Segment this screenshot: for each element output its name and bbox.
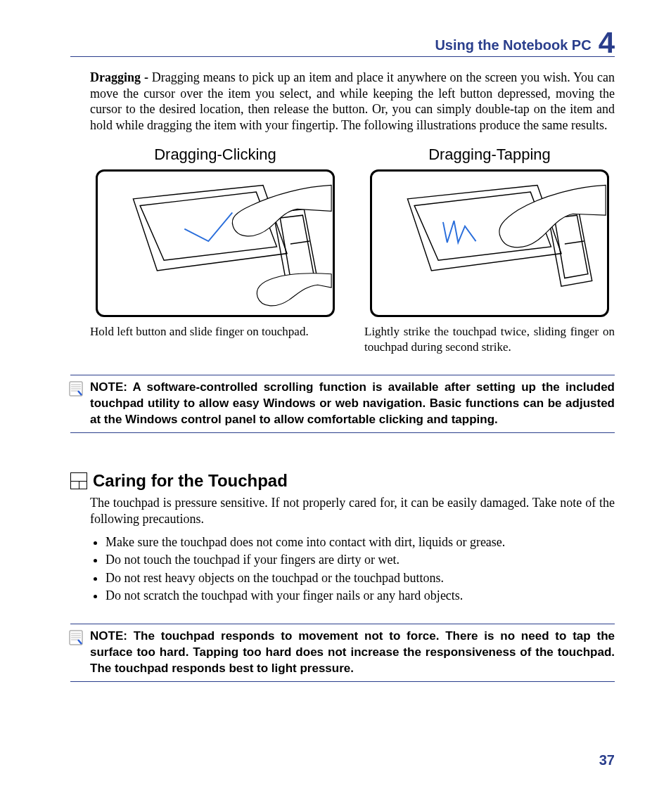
section-caring-heading: Caring for the Touchpad bbox=[70, 471, 615, 491]
caring-bullets: Make sure the touchpad does not come int… bbox=[90, 534, 615, 604]
note-pressure: NOTE: The touchpad responds to movement … bbox=[70, 624, 615, 682]
bullet-item: Do not touch the touchpad if your finger… bbox=[106, 551, 615, 568]
caring-intro: The touchpad is pressure sensitive. If n… bbox=[90, 495, 615, 527]
bullet-item: Do not rest heavy objects on the touchpa… bbox=[106, 569, 615, 586]
touchpad-grid-icon bbox=[70, 472, 87, 489]
figure-dragging-clicking: Dragging-Clicking bbox=[90, 146, 340, 355]
bullet-item: Make sure the touchpad does not come int… bbox=[106, 534, 615, 550]
note2-text: NOTE: The touchpad responds to movement … bbox=[70, 629, 615, 677]
page-header: Using the Notebook PC 4 bbox=[70, 25, 615, 57]
page-number: 37 bbox=[599, 752, 615, 768]
figure-title-click: Dragging-Clicking bbox=[154, 146, 276, 164]
note-icon bbox=[69, 381, 83, 397]
header-title: Using the Notebook PC bbox=[435, 37, 591, 53]
dragging-lead: Dragging - bbox=[90, 70, 148, 84]
figure-caption-click: Hold left button and slide finger on tou… bbox=[90, 324, 340, 340]
svg-line-1 bbox=[565, 241, 584, 244]
chapter-number: 4 bbox=[599, 28, 615, 58]
svg-line-0 bbox=[290, 241, 309, 244]
bullet-item: Do not scratch the touchpad with your fi… bbox=[106, 587, 615, 604]
figure-title-tap: Dragging-Tapping bbox=[428, 146, 551, 164]
figure-illustration-tap bbox=[370, 169, 609, 317]
note-icon bbox=[69, 630, 83, 645]
figure-caption-tap: Lightly strike the touchpad twice, slidi… bbox=[364, 324, 615, 355]
figures-row: Dragging-Clicking bbox=[90, 146, 615, 355]
section-title-caring: Caring for the Touchpad bbox=[93, 471, 288, 491]
figure-dragging-tapping: Dragging-Tapping bbox=[364, 146, 615, 355]
paragraph-dragging: Dragging - Dragging means to pick up an … bbox=[90, 70, 615, 133]
figure-illustration-click bbox=[96, 169, 335, 317]
note-scrolling: NOTE: A software-controlled scrolling fu… bbox=[70, 375, 615, 433]
note1-text: NOTE: A software-controlled scrolling fu… bbox=[70, 380, 615, 428]
dragging-body: Dragging means to pick up an item and pl… bbox=[90, 70, 615, 132]
